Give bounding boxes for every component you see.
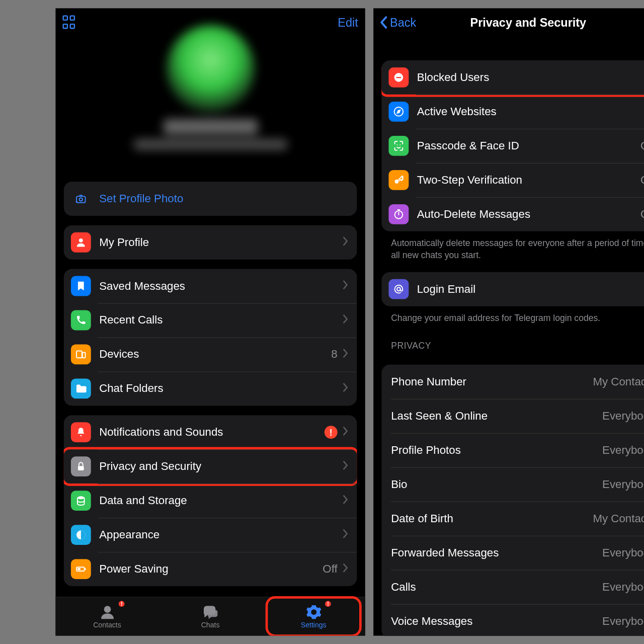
key-icon xyxy=(389,170,409,190)
row-label: Last Seen & Online xyxy=(391,409,602,422)
tab-chats[interactable]: Chats xyxy=(159,597,262,635)
row-value: Off xyxy=(640,208,644,221)
at-icon xyxy=(389,279,409,299)
row-passcode[interactable]: Passcode & Face IDOff xyxy=(382,129,644,163)
tab-bar: Contacts!ChatsSettings! xyxy=(55,597,365,635)
nav-bar: Back Privacy and Security xyxy=(373,8,644,36)
row-label: Chat Folders xyxy=(99,382,342,395)
row-appearance[interactable]: Appearance xyxy=(64,518,357,552)
section-header-privacy: Privacy xyxy=(382,325,644,355)
tab-label: Contacts xyxy=(93,621,121,629)
lock-icon xyxy=(71,456,91,476)
svg-rect-13 xyxy=(396,77,401,78)
set-profile-photo-label: Set Profile Photo xyxy=(99,192,349,205)
row-label: Profile Photos xyxy=(391,443,602,456)
row-blocked[interactable]: Blocked Users2 xyxy=(382,60,644,95)
row-dob[interactable]: Date of BirthMy Contacts xyxy=(382,501,644,535)
db-icon xyxy=(71,491,91,511)
row-label: Saved Messages xyxy=(99,280,342,293)
row-label: Bio xyxy=(391,477,602,491)
svg-point-16 xyxy=(400,144,401,145)
profile-sub-blur xyxy=(134,139,287,150)
contrast-icon xyxy=(71,525,91,545)
row-label: Passcode & Face ID xyxy=(417,139,640,152)
group-sec: Blocked Users2Active Websites1Passcode &… xyxy=(382,60,644,231)
row-label: Privacy and Security xyxy=(99,460,342,473)
chevron-right-icon xyxy=(342,382,349,395)
row-power[interactable]: Power SavingOff xyxy=(64,552,357,586)
row-label: Phone Number xyxy=(391,375,593,388)
svg-point-19 xyxy=(397,287,400,290)
row-value: Everybody xyxy=(602,614,644,627)
row-privacy[interactable]: Privacy and Security xyxy=(64,449,357,484)
group-settings: Notifications and Sounds!Privacy and Sec… xyxy=(64,415,357,586)
timer-icon xyxy=(389,204,409,224)
profile-name-blur xyxy=(163,119,258,134)
tab-settings[interactable]: Settings! xyxy=(262,597,365,635)
alert-dot: ! xyxy=(117,600,125,608)
row-value: Off xyxy=(640,139,644,152)
row-notif[interactable]: Notifications and Sounds! xyxy=(64,415,357,449)
row-lastseen[interactable]: Last Seen & OnlineEverybody xyxy=(382,398,644,433)
battery-icon xyxy=(71,559,91,579)
svg-rect-9 xyxy=(85,568,86,570)
row-label: Data and Storage xyxy=(99,494,342,507)
row-autodel[interactable]: Auto-Delete MessagesOff xyxy=(382,197,644,231)
alert-badge: ! xyxy=(325,426,338,439)
qr-icon[interactable] xyxy=(62,15,76,29)
set-profile-photo-row[interactable]: Set Profile Photo xyxy=(64,182,357,216)
row-folders[interactable]: Chat Folders xyxy=(64,371,357,406)
svg-rect-10 xyxy=(77,568,80,570)
svg-rect-3 xyxy=(76,351,82,358)
row-twostep[interactable]: Two-Step VerificationOff xyxy=(382,163,644,197)
svg-point-11 xyxy=(104,606,111,613)
row-voice[interactable]: Voice MessagesEverybody xyxy=(382,604,644,636)
row-sites[interactable]: Active Websites1 xyxy=(382,95,644,129)
row-label: Auto-Delete Messages xyxy=(417,208,640,221)
tab-label: Settings xyxy=(301,621,327,629)
edit-button[interactable]: Edit xyxy=(338,16,358,29)
row-label: Calls xyxy=(391,580,602,593)
row-label: Active Websites xyxy=(417,105,644,118)
row-value: Off xyxy=(640,174,644,187)
row-label: Date of Birth xyxy=(391,512,593,525)
set-photo-group: Set Profile Photo xyxy=(64,182,357,216)
row-label: Blocked Users xyxy=(417,71,644,84)
row-data[interactable]: Data and Storage xyxy=(64,484,357,518)
row-calls2[interactable]: CallsEverybody xyxy=(382,570,644,604)
row-value: Off xyxy=(323,562,337,576)
row-devices[interactable]: Devices8 xyxy=(64,337,357,371)
chevron-right-icon xyxy=(342,460,349,473)
row-label: Power Saving xyxy=(99,562,323,576)
row-fwd[interactable]: Forwarded MessagesEverybody xyxy=(382,535,644,570)
row-bio[interactable]: BioEverybody xyxy=(382,467,644,501)
avatar xyxy=(166,25,255,113)
settings-scroll[interactable]: Set Profile Photo My ProfileSaved Messag… xyxy=(55,172,365,597)
phone-icon xyxy=(71,310,91,331)
svg-rect-5 xyxy=(78,466,84,470)
row-photos[interactable]: Profile PhotosEverybody xyxy=(382,433,644,467)
chevron-right-icon xyxy=(342,280,349,293)
row-calls[interactable]: Recent Calls xyxy=(64,303,357,337)
group-profile: My Profile xyxy=(64,225,357,260)
chevron-right-icon xyxy=(342,348,349,361)
settings-screen: Edit Set Profile Photo My ProfileSaved M… xyxy=(55,8,365,635)
chevron-right-icon xyxy=(342,314,349,327)
bell-icon xyxy=(71,422,91,442)
row-label: Two-Step Verification xyxy=(417,174,640,187)
row-phone[interactable]: Phone NumberMy Contacts xyxy=(382,364,644,398)
privacy-scroll[interactable]: Blocked Users2Active Websites1Passcode &… xyxy=(373,37,644,636)
section-footer-sec: Automatically delete messages for everyo… xyxy=(382,231,644,262)
row-label: Voice Messages xyxy=(391,614,602,627)
bookmark-icon xyxy=(71,276,91,296)
row-my-profile[interactable]: My Profile xyxy=(64,225,357,260)
row-value: Everybody xyxy=(602,477,644,491)
back-button[interactable]: Back xyxy=(379,16,416,29)
face-icon xyxy=(389,136,409,156)
tab-contacts[interactable]: Contacts! xyxy=(55,597,158,635)
row-saved[interactable]: Saved Messages xyxy=(64,269,357,303)
chevron-right-icon xyxy=(342,494,349,507)
group-general: Saved MessagesRecent CallsDevices8Chat F… xyxy=(64,269,357,406)
row-login-email[interactable]: Login Email xyxy=(382,272,644,306)
alert-dot: ! xyxy=(324,600,332,608)
